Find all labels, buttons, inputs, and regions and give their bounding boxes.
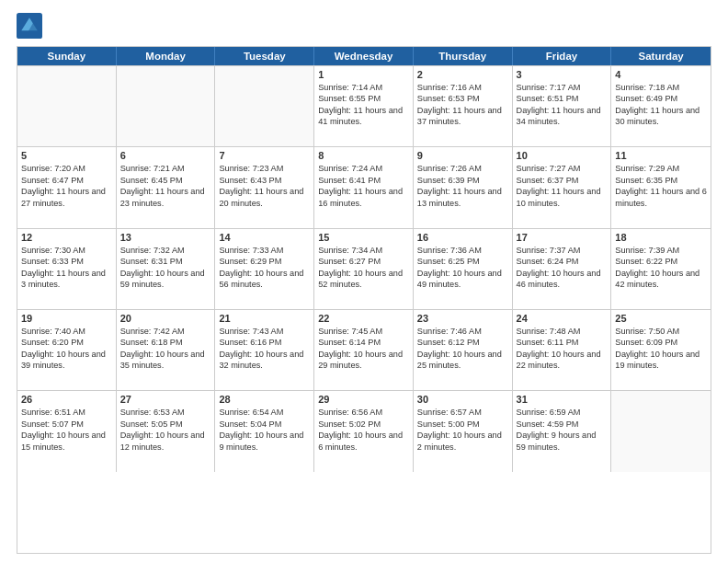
cal-cell: [611, 391, 711, 471]
daylight-text: Daylight: 11 hours and 27 minutes.: [21, 186, 112, 209]
sunset-text: Sunset: 6:09 PM: [615, 337, 707, 348]
sunset-text: Sunset: 6:43 PM: [219, 175, 310, 186]
day-number: 11: [615, 150, 707, 161]
sunrise-text: Sunrise: 6:59 AM: [517, 407, 608, 418]
cal-cell: [17, 66, 117, 146]
day-number: 24: [517, 313, 608, 324]
sunset-text: Sunset: 6:47 PM: [21, 175, 112, 186]
day-number: 28: [219, 394, 310, 405]
sunset-text: Sunset: 6:16 PM: [219, 337, 310, 348]
sunrise-text: Sunrise: 7:36 AM: [417, 245, 508, 256]
sunrise-text: Sunrise: 6:57 AM: [417, 407, 508, 418]
sunrise-text: Sunrise: 7:21 AM: [120, 163, 211, 174]
cal-cell: 29Sunrise: 6:56 AMSunset: 5:02 PMDayligh…: [314, 391, 414, 471]
logo-icon: [17, 13, 42, 39]
day-number: 16: [417, 232, 508, 243]
daylight-text: Daylight: 11 hours and 30 minutes.: [615, 105, 707, 128]
cal-cell: 25Sunrise: 7:50 AMSunset: 6:09 PMDayligh…: [611, 310, 711, 390]
day-number: 8: [318, 150, 409, 161]
daylight-text: Daylight: 11 hours and 34 minutes.: [517, 105, 608, 128]
sunset-text: Sunset: 6:11 PM: [517, 337, 608, 348]
daylight-text: Daylight: 10 hours and 32 minutes.: [219, 349, 310, 372]
day-number: 12: [21, 232, 112, 243]
cal-cell: 26Sunrise: 6:51 AMSunset: 5:07 PMDayligh…: [17, 391, 117, 471]
header: [17, 13, 711, 39]
day-number: 6: [120, 150, 211, 161]
day-number: 23: [417, 313, 508, 324]
sunrise-text: Sunrise: 7:33 AM: [219, 245, 310, 256]
sunset-text: Sunset: 6:14 PM: [318, 337, 409, 348]
cal-cell: 6Sunrise: 7:21 AMSunset: 6:45 PMDaylight…: [117, 147, 216, 227]
week-row-0: 1Sunrise: 7:14 AMSunset: 6:55 PMDaylight…: [17, 65, 711, 146]
day-number: 27: [120, 394, 211, 405]
daylight-text: Daylight: 10 hours and 25 minutes.: [417, 349, 508, 372]
sunrise-text: Sunrise: 7:16 AM: [417, 82, 508, 93]
sunrise-text: Sunrise: 7:30 AM: [21, 245, 112, 256]
cal-cell: 11Sunrise: 7:29 AMSunset: 6:35 PMDayligh…: [611, 147, 711, 227]
day-number: 22: [318, 313, 409, 324]
day-number: 18: [615, 232, 707, 243]
header-day-thursday: Thursday: [414, 47, 513, 65]
cal-cell: 30Sunrise: 6:57 AMSunset: 5:00 PMDayligh…: [414, 391, 513, 471]
daylight-text: Daylight: 10 hours and 49 minutes.: [417, 268, 508, 291]
sunset-text: Sunset: 5:02 PM: [318, 419, 409, 430]
sunrise-text: Sunrise: 7:37 AM: [517, 245, 608, 256]
day-number: 30: [417, 394, 508, 405]
day-number: 17: [517, 232, 608, 243]
day-number: 10: [517, 150, 608, 161]
day-number: 9: [417, 150, 508, 161]
day-number: 3: [517, 69, 608, 80]
header-day-wednesday: Wednesday: [314, 47, 414, 65]
sunset-text: Sunset: 6:35 PM: [615, 175, 707, 186]
cal-cell: 19Sunrise: 7:40 AMSunset: 6:20 PMDayligh…: [17, 310, 117, 390]
page: SundayMondayTuesdayWednesdayThursdayFrid…: [0, 0, 728, 563]
cal-cell: 27Sunrise: 6:53 AMSunset: 5:05 PMDayligh…: [117, 391, 216, 471]
sunrise-text: Sunrise: 6:54 AM: [219, 407, 310, 418]
sunset-text: Sunset: 6:53 PM: [417, 93, 508, 104]
cal-cell: 17Sunrise: 7:37 AMSunset: 6:24 PMDayligh…: [513, 229, 612, 309]
daylight-text: Daylight: 10 hours and 6 minutes.: [318, 430, 409, 453]
sunset-text: Sunset: 4:59 PM: [517, 419, 608, 430]
calendar-header: SundayMondayTuesdayWednesdayThursdayFrid…: [17, 47, 711, 65]
week-row-1: 5Sunrise: 7:20 AMSunset: 6:47 PMDaylight…: [17, 146, 711, 227]
sunset-text: Sunset: 6:37 PM: [517, 175, 608, 186]
sunrise-text: Sunrise: 7:48 AM: [517, 326, 608, 337]
daylight-text: Daylight: 10 hours and 29 minutes.: [318, 349, 409, 372]
sunset-text: Sunset: 5:00 PM: [417, 419, 508, 430]
cal-cell: 8Sunrise: 7:24 AMSunset: 6:41 PMDaylight…: [314, 147, 414, 227]
sunrise-text: Sunrise: 7:32 AM: [120, 245, 211, 256]
cal-cell: 7Sunrise: 7:23 AMSunset: 6:43 PMDaylight…: [215, 147, 314, 227]
week-row-4: 26Sunrise: 6:51 AMSunset: 5:07 PMDayligh…: [17, 390, 711, 471]
cal-cell: [117, 66, 216, 146]
header-day-sunday: Sunday: [17, 47, 117, 65]
sunrise-text: Sunrise: 7:17 AM: [517, 82, 608, 93]
sunset-text: Sunset: 6:39 PM: [417, 175, 508, 186]
daylight-text: Daylight: 10 hours and 39 minutes.: [21, 349, 112, 372]
sunset-text: Sunset: 5:05 PM: [120, 419, 211, 430]
daylight-text: Daylight: 11 hours and 20 minutes.: [219, 186, 310, 209]
sunrise-text: Sunrise: 7:27 AM: [517, 163, 608, 174]
cal-cell: 16Sunrise: 7:36 AMSunset: 6:25 PMDayligh…: [414, 229, 513, 309]
day-number: 1: [318, 69, 409, 80]
week-row-2: 12Sunrise: 7:30 AMSunset: 6:33 PMDayligh…: [17, 228, 711, 309]
daylight-text: Daylight: 10 hours and 35 minutes.: [120, 349, 211, 372]
daylight-text: Daylight: 10 hours and 2 minutes.: [417, 430, 508, 453]
calendar: SundayMondayTuesdayWednesdayThursdayFrid…: [17, 46, 711, 554]
cal-cell: 20Sunrise: 7:42 AMSunset: 6:18 PMDayligh…: [117, 310, 216, 390]
sunrise-text: Sunrise: 7:29 AM: [615, 163, 707, 174]
sunrise-text: Sunrise: 7:18 AM: [615, 82, 707, 93]
sunset-text: Sunset: 6:41 PM: [318, 175, 409, 186]
header-day-saturday: Saturday: [611, 47, 711, 65]
sunrise-text: Sunrise: 7:45 AM: [318, 326, 409, 337]
daylight-text: Daylight: 9 hours and 59 minutes.: [517, 430, 608, 453]
sunset-text: Sunset: 6:24 PM: [517, 256, 608, 267]
cal-cell: 1Sunrise: 7:14 AMSunset: 6:55 PMDaylight…: [314, 66, 414, 146]
daylight-text: Daylight: 11 hours and 37 minutes.: [417, 105, 508, 128]
sunset-text: Sunset: 5:07 PM: [21, 419, 112, 430]
daylight-text: Daylight: 10 hours and 19 minutes.: [615, 349, 707, 372]
sunset-text: Sunset: 6:33 PM: [21, 256, 112, 267]
cal-cell: 15Sunrise: 7:34 AMSunset: 6:27 PMDayligh…: [314, 229, 414, 309]
daylight-text: Daylight: 10 hours and 42 minutes.: [615, 268, 707, 291]
daylight-text: Daylight: 11 hours and 3 minutes.: [21, 268, 112, 291]
day-number: 2: [417, 69, 508, 80]
